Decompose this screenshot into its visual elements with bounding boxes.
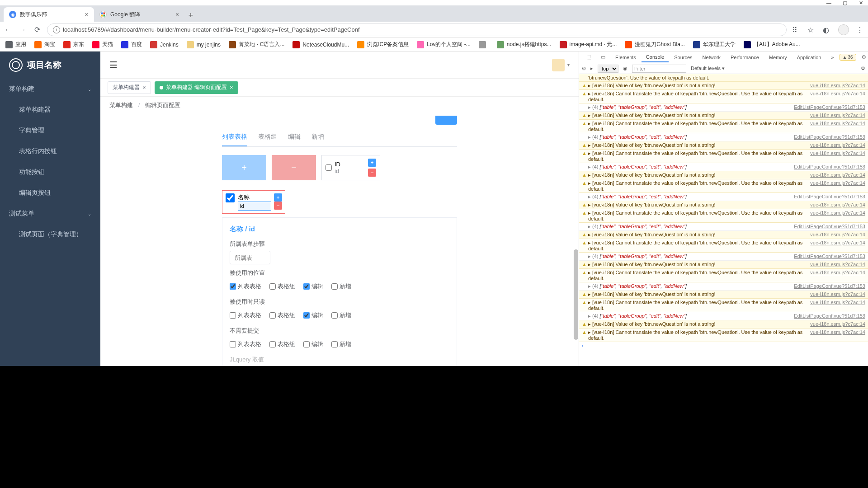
bookmark-item[interactable]: Jenkins: [150, 41, 179, 48]
info-icon[interactable]: i: [53, 26, 60, 33]
edit-input[interactable]: [238, 202, 271, 211]
close-icon[interactable]: ×: [230, 84, 233, 91]
app-tab[interactable]: 菜单构建器×: [108, 81, 151, 94]
checkbox-opt[interactable]: 列表表格: [230, 282, 261, 291]
subtab-new[interactable]: 新增: [311, 128, 324, 146]
minus-button[interactable]: −: [368, 169, 376, 177]
close-button[interactable]: ✕: [859, 0, 864, 5]
maximize-button[interactable]: ▢: [843, 0, 848, 5]
back-button[interactable]: ←: [4, 25, 13, 34]
devtools-more[interactable]: »: [826, 53, 838, 62]
plus-button[interactable]: +: [368, 159, 376, 167]
close-icon[interactable]: ×: [175, 11, 179, 18]
reload-button[interactable]: ⟳: [33, 25, 42, 34]
levels-select[interactable]: Default levels ▾: [691, 66, 725, 71]
sidebar-item-editbtn[interactable]: 编辑页按钮: [0, 183, 100, 203]
extension-icon[interactable]: ◐: [823, 26, 831, 34]
warn-count[interactable]: ▲ 36: [840, 54, 856, 61]
checkbox-opt[interactable]: 编辑: [303, 340, 323, 348]
scroll-thumb[interactable]: [574, 249, 578, 340]
eye-icon[interactable]: ◉: [623, 66, 627, 71]
user-menu[interactable]: ▾: [552, 59, 570, 71]
device-icon[interactable]: ▭: [596, 52, 610, 62]
sidebar-item-builder[interactable]: 菜单构建器: [0, 99, 100, 120]
bookmark-item[interactable]: image-api.md · 元...: [560, 41, 617, 48]
browser-tab-active[interactable]: ◉ 数字俱乐部 ×: [4, 7, 94, 22]
bookmark-item[interactable]: node.js搭建https...: [497, 41, 552, 48]
plus-button[interactable]: +: [274, 193, 282, 202]
context-select[interactable]: top: [598, 65, 618, 73]
bookmark-item[interactable]: 菁菜地 - C语言入...: [229, 41, 284, 48]
bookmark-item[interactable]: [479, 41, 489, 48]
bookmark-item[interactable]: 华东理工大学: [693, 41, 736, 48]
clear-icon[interactable]: ⊘: [582, 66, 586, 71]
bookmark-item[interactable]: 浏览ICP备案信息: [357, 41, 409, 48]
sidebar-icon[interactable]: ▸: [590, 66, 593, 71]
bookmark-item[interactable]: 京东: [63, 41, 84, 48]
devtools-tab[interactable]: Network: [698, 53, 725, 62]
checkbox-opt[interactable]: 新增: [331, 282, 351, 291]
menu-group-test[interactable]: 测试菜单⌄: [0, 203, 100, 224]
bookmark-item[interactable]: 【AU】Adobe Au...: [744, 41, 800, 48]
bookmark-item[interactable]: 百度: [121, 41, 142, 48]
checkbox-opt[interactable]: 表格组: [269, 340, 295, 348]
checkbox-opt[interactable]: 列表表格: [230, 311, 261, 319]
console-settings-icon[interactable]: ⚙: [861, 66, 865, 71]
forward-button[interactable]: →: [18, 25, 27, 34]
checkbox-opt[interactable]: 编辑: [303, 282, 323, 291]
devtools-tab[interactable]: Application: [793, 53, 826, 62]
app-logo[interactable]: 项目名称: [0, 52, 100, 79]
field-checkbox[interactable]: [225, 193, 235, 202]
field-card[interactable]: IDid +−: [321, 155, 380, 180]
inspect-icon[interactable]: ⬚: [582, 52, 595, 62]
devtools-settings-icon[interactable]: ⚙: [857, 52, 868, 62]
close-icon[interactable]: ×: [142, 84, 146, 91]
devtools-tab[interactable]: Memory: [764, 53, 792, 62]
devtools-tab-console[interactable]: Console: [642, 52, 669, 62]
hamburger-icon[interactable]: ☰: [109, 60, 118, 70]
checkbox-opt[interactable]: 表格组: [269, 282, 295, 291]
sidebar-item-dict[interactable]: 字典管理: [0, 120, 100, 141]
console-output[interactable]: 'btn.newQuestion'. Use the value of keyp…: [579, 74, 868, 366]
subtab-edit[interactable]: 编辑: [288, 128, 301, 146]
field-checkbox[interactable]: [326, 164, 332, 171]
app-tab-active[interactable]: 菜单构建器 编辑页面配置×: [155, 81, 238, 94]
bookmark-item[interactable]: my jenjins: [187, 41, 221, 48]
translate-icon[interactable]: ⠿: [792, 26, 800, 34]
devtools-tab[interactable]: Sources: [670, 53, 697, 62]
checkbox-opt[interactable]: 表格组: [269, 311, 295, 319]
devtools-tab[interactable]: Performance: [726, 53, 764, 62]
checkbox-opt[interactable]: 新增: [331, 340, 351, 348]
filter-input[interactable]: [632, 65, 686, 73]
checkbox-opt[interactable]: 列表表格: [230, 340, 261, 348]
remove-box[interactable]: −: [272, 155, 316, 180]
breadcrumb-item[interactable]: 菜单构建: [109, 102, 133, 108]
browser-tab[interactable]: Google 翻译 ×: [94, 7, 184, 22]
bookmark-item[interactable]: 淘宝: [34, 41, 55, 48]
menu-group-build[interactable]: 菜单构建⌄: [0, 79, 100, 99]
bookmark-item[interactable]: 天猫: [92, 41, 113, 48]
subtab-group[interactable]: 表格组: [258, 128, 277, 146]
minimize-button[interactable]: —: [826, 0, 832, 5]
address-input[interactable]: i localhost:56789/#/dashboard/menu-build…: [47, 23, 787, 36]
bookmark-item[interactable]: 漫画鬼刀Ghost Bla...: [625, 41, 685, 48]
sidebar-item-testpage[interactable]: 测试页面（字典管理）: [0, 224, 100, 245]
profile-avatar[interactable]: [838, 24, 849, 35]
checkbox-opt[interactable]: 新增: [331, 311, 351, 319]
bookmark-item[interactable]: NeteaseCloudMu...: [292, 41, 349, 48]
devtools-tab[interactable]: Elements: [611, 53, 641, 62]
apps-button[interactable]: 应用: [5, 41, 26, 48]
close-icon[interactable]: ×: [85, 11, 89, 18]
scrollbar[interactable]: [572, 114, 579, 366]
new-tab-button[interactable]: +: [184, 9, 197, 22]
star-icon[interactable]: ☆: [807, 26, 816, 34]
action-button[interactable]: [435, 116, 457, 125]
subtab-list[interactable]: 列表表格: [222, 128, 247, 146]
add-box[interactable]: +: [222, 155, 266, 180]
belong-input[interactable]: [230, 251, 270, 264]
sidebar-item-rowbtn[interactable]: 表格行内按钮: [0, 141, 100, 162]
checkbox-opt[interactable]: 编辑: [303, 311, 323, 319]
bookmark-item[interactable]: Lov的个人空间 -...: [417, 41, 471, 48]
minus-button[interactable]: −: [274, 202, 282, 210]
sidebar-item-funcbtn[interactable]: 功能按钮: [0, 162, 100, 183]
